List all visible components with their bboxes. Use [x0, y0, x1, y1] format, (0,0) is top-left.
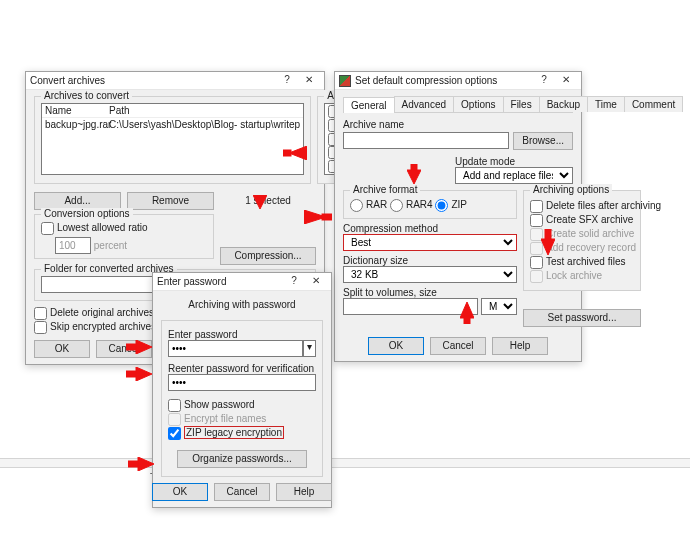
- create-solid-checkbox: [530, 228, 543, 241]
- remove-archive-button[interactable]: Remove: [127, 192, 214, 210]
- archive-format-legend: Archive format: [350, 184, 420, 195]
- ratio-value-input[interactable]: [55, 237, 91, 254]
- organize-passwords-button[interactable]: Organize passwords...: [177, 450, 307, 468]
- col-name: Name: [45, 104, 109, 117]
- show-password-checkbox[interactable]: [168, 399, 181, 412]
- compression-settings-button[interactable]: Compression...: [220, 247, 316, 265]
- options-cancel-button[interactable]: Cancel: [430, 337, 486, 355]
- tab-files[interactable]: Files: [503, 96, 540, 112]
- archive-row[interactable]: backup~jpg.rar C:\Users\yash\Desktop\Blo…: [42, 118, 303, 131]
- password-titlebar: Enter password ? ✕: [153, 273, 331, 291]
- tab-general[interactable]: General: [343, 97, 395, 113]
- password-help-button[interactable]: Help: [276, 483, 332, 501]
- add-recovery-checkbox: [530, 242, 543, 255]
- password-confirm-input[interactable]: [168, 374, 316, 391]
- test-archived-checkbox[interactable]: [530, 256, 543, 269]
- delete-original-checkbox[interactable]: [34, 307, 47, 320]
- compression-method-label: Compression method: [343, 223, 517, 234]
- format-zip-radio[interactable]: [435, 199, 448, 212]
- options-tabs: General Advanced Options Files Backup Ti…: [343, 96, 573, 113]
- lock-archive-checkbox: [530, 270, 543, 283]
- col-path: Path: [109, 104, 300, 117]
- options-help-button[interactable]: Help: [492, 337, 548, 355]
- archive-name-label: Archive name: [343, 119, 573, 130]
- archive-name-input[interactable]: [343, 132, 509, 149]
- convert-ok-button[interactable]: OK: [34, 340, 90, 358]
- convert-title: Convert archives: [30, 75, 276, 86]
- format-rar-radio[interactable]: [350, 199, 363, 212]
- tab-time[interactable]: Time: [587, 96, 625, 112]
- options-ok-button[interactable]: OK: [368, 337, 424, 355]
- archiving-options-legend: Archiving options: [530, 184, 612, 195]
- ratio-unit: percent: [94, 240, 127, 251]
- options-titlebar: Set default compression options ? ✕: [335, 72, 581, 90]
- selected-count: 1 selected: [220, 192, 316, 210]
- split-unit-select[interactable]: MB: [481, 298, 517, 315]
- dictionary-size-label: Dictionary size: [343, 255, 517, 266]
- enter-password-label: Enter password: [168, 329, 316, 340]
- skip-encrypted-checkbox[interactable]: [34, 321, 47, 334]
- delete-after-checkbox[interactable]: [530, 200, 543, 213]
- compression-method-select[interactable]: Best: [343, 234, 517, 251]
- password-dropdown-icon[interactable]: ▾: [303, 340, 316, 357]
- archives-to-convert-legend: Archives to convert: [41, 90, 132, 101]
- options-title: Set default compression options: [355, 75, 533, 86]
- split-volumes-label: Split to volumes, size: [343, 287, 517, 298]
- tab-comment[interactable]: Comment: [624, 96, 683, 112]
- lowest-ratio-checkbox[interactable]: [41, 222, 54, 235]
- password-title: Enter password: [157, 276, 283, 287]
- archives-list[interactable]: Name Path backup~jpg.rar C:\Users\yash\D…: [41, 103, 304, 175]
- zip-legacy-checkbox[interactable]: [168, 427, 181, 440]
- options-close-titlebar-button[interactable]: ✕: [555, 73, 577, 89]
- password-help-titlebar-button[interactable]: ?: [283, 274, 305, 290]
- winrar-icon: [339, 75, 351, 87]
- update-mode-label: Update mode: [455, 156, 573, 167]
- password-close-titlebar-button[interactable]: ✕: [305, 274, 327, 290]
- svg-marker-15: [136, 367, 152, 381]
- convert-titlebar: Convert archives ? ✕: [26, 72, 324, 90]
- help-titlebar-button[interactable]: ?: [276, 73, 298, 89]
- enter-password-window: Enter password ? ✕ Archiving with passwo…: [152, 272, 332, 508]
- password-input[interactable]: [168, 340, 303, 357]
- split-size-input[interactable]: [343, 298, 478, 315]
- update-mode-select[interactable]: Add and replace files: [455, 167, 573, 184]
- arrow-icon: [126, 367, 152, 381]
- password-cancel-button[interactable]: Cancel: [214, 483, 270, 501]
- password-ok-button[interactable]: OK: [152, 483, 208, 501]
- options-help-titlebar-button[interactable]: ?: [533, 73, 555, 89]
- format-rar4-radio[interactable]: [390, 199, 403, 212]
- svg-rect-14: [126, 371, 138, 377]
- tab-advanced[interactable]: Advanced: [394, 96, 454, 112]
- archive-browse-button[interactable]: Browse...: [513, 132, 573, 150]
- password-subtitle: Archiving with password: [161, 299, 323, 310]
- tab-options[interactable]: Options: [453, 96, 503, 112]
- dictionary-size-select[interactable]: 32 KB: [343, 266, 517, 283]
- close-titlebar-button[interactable]: ✕: [298, 73, 320, 89]
- reenter-password-label: Reenter password for verification: [168, 363, 316, 374]
- compression-options-window: Set default compression options ? ✕ Gene…: [334, 71, 582, 362]
- convert-cancel-button[interactable]: Cancel: [96, 340, 152, 358]
- encrypt-names-checkbox: [168, 413, 181, 426]
- conversion-options-legend: Conversion options: [41, 208, 133, 219]
- create-sfx-checkbox[interactable]: [530, 214, 543, 227]
- set-password-button[interactable]: Set password...: [523, 309, 641, 327]
- tab-backup[interactable]: Backup: [539, 96, 588, 112]
